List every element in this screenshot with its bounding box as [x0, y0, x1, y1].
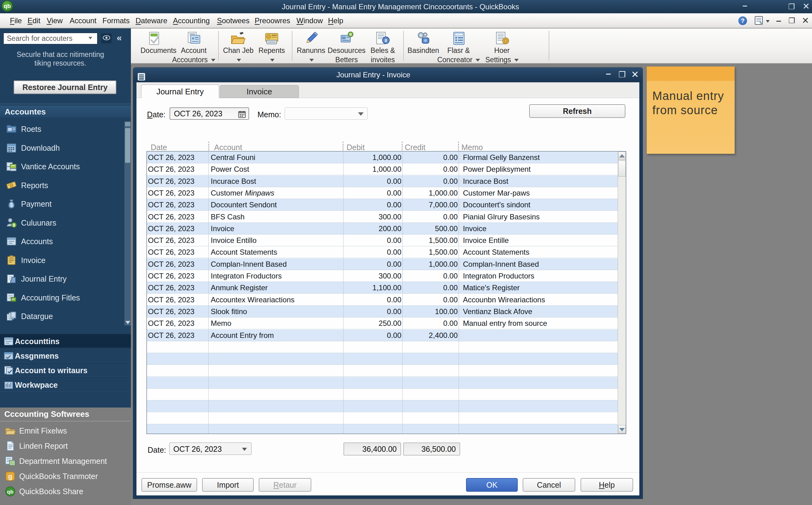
svg-text:g: g — [8, 473, 12, 480]
svg-text:B: B — [349, 32, 352, 36]
svg-text:qb: qb — [7, 489, 14, 495]
svg-text:8: 8 — [385, 38, 387, 43]
svg-text:$: $ — [10, 202, 13, 208]
svg-text:$: $ — [13, 223, 15, 227]
